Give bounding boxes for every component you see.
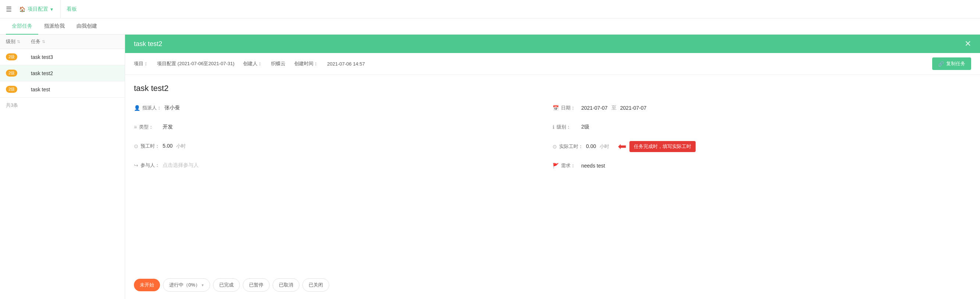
level-value[interactable]: 2级 — [581, 124, 589, 130]
status-done-button[interactable]: 已完成 — [213, 278, 240, 292]
actual-hours-value: 0.00 小时 — [586, 143, 609, 150]
progress-dropdown-icon: ▾ — [202, 283, 204, 288]
level-icon: ℹ — [552, 124, 554, 130]
close-button[interactable]: ✕ — [964, 39, 971, 49]
meta-bar: 项目： 项目配置 (2021-07-06至2021-07-31) 创建人： 织蝶… — [125, 53, 980, 75]
home-icon: 🏠 — [19, 6, 25, 12]
copy-task-icon: 🔗 — [938, 61, 944, 67]
level-row: ℹ 级别： 2级 — [552, 121, 971, 133]
actual-hours-row: ⊙ 实际工时： 0.00 小时 ➡ 任务完成时，填写实际工时 — [552, 140, 971, 152]
participants-row: ↪ 参与人： 点击选择参与人 — [134, 160, 552, 171]
red-arrow-icon: ➡ — [618, 140, 627, 152]
participants-value[interactable]: 点击选择参与人 — [162, 162, 199, 169]
detail-header-title: task test2 — [134, 40, 162, 48]
task-name: task test3 — [31, 54, 119, 60]
detail-header: task test2 ✕ — [125, 35, 980, 53]
requirement-value[interactable]: needs test — [581, 163, 605, 169]
estimated-hours-row: ⊙ 预工时： 5.00 小时 — [134, 140, 552, 152]
table-footer: 共3条 — [0, 98, 125, 113]
kanban-tab[interactable]: 看板 — [60, 0, 83, 18]
date-to-label: 至 — [611, 105, 617, 111]
sort-level-icon[interactable]: ⇅ — [17, 39, 20, 44]
estimated-hours-label: ⊙ 预工时： — [134, 143, 160, 149]
participants-label: ↪ 参与人： — [134, 162, 160, 169]
type-value[interactable]: 开发 — [162, 124, 173, 130]
table-row[interactable]: 2级 task test2 — [0, 65, 125, 82]
type-label: ≡ 类型： — [134, 124, 160, 130]
status-cancelled-button[interactable]: 已取消 — [273, 278, 299, 292]
date-row: 📅 日期： 2021-07-07 至 2021-07-07 — [552, 102, 971, 114]
sort-task-icon[interactable]: ⇅ — [42, 39, 45, 44]
tab-assigned-to-me[interactable]: 指派给我 — [38, 18, 71, 35]
assignee-label: 👤 指派人： — [134, 105, 161, 111]
actual-clock-icon: ⊙ — [552, 144, 557, 149]
type-icon: ≡ — [134, 124, 137, 130]
calendar-icon: 📅 — [552, 105, 559, 111]
copy-task-button[interactable]: 🔗 复制任务 — [932, 58, 971, 70]
type-row: ≡ 类型： 开发 — [134, 121, 552, 133]
detail-grid: 👤 指派人： 张小蚕 ≡ 类型： 开发 — [134, 102, 971, 172]
detail-body: task test2 👤 指派人： 张小蚕 — [125, 75, 980, 271]
created-time-meta-value: 2021-07-06 14:57 — [327, 61, 365, 67]
start-date-value[interactable]: 2021-07-07 — [581, 105, 608, 111]
project-meta-name: 项目配置 (2021-07-06至2021-07-31) — [157, 61, 234, 67]
date-label: 📅 日期： — [552, 105, 578, 111]
task-table: 级别 ⇅ 任务 ⇅ 2级 task test3 — [0, 35, 125, 98]
task-main-title: task test2 — [134, 83, 971, 93]
project-nav-label: 项目配置 — [28, 6, 48, 13]
assignee-value[interactable]: 张小蚕 — [164, 105, 180, 111]
task-level: 2级 — [6, 86, 28, 93]
project-dropdown-arrow: ▾ — [50, 6, 53, 12]
tab-created-by-me[interactable]: 由我创建 — [71, 18, 103, 35]
tab-all-tasks[interactable]: 全部任务 — [6, 18, 38, 35]
level-badge: 2级 — [6, 53, 17, 61]
level-badge: 2级 — [6, 86, 17, 93]
table-header: 级别 ⇅ 任务 ⇅ — [0, 35, 125, 49]
table-row[interactable]: 2级 task test3 — [0, 49, 125, 65]
requirement-label: 🚩 需求： — [552, 162, 578, 169]
level-label: ℹ 级别： — [552, 124, 578, 130]
col-level-header: 级别 ⇅ — [6, 38, 28, 45]
creator-meta-label: 创建人： — [243, 61, 262, 67]
requirement-row: 🚩 需求： needs test — [552, 160, 971, 172]
task-list-panel: 级别 ⇅ 任务 ⇅ 2级 task test3 — [0, 35, 125, 299]
estimated-hours-value: 5.00 小时 — [162, 143, 186, 149]
created-time-meta-label: 创建时间： — [294, 61, 318, 67]
project-nav[interactable]: 🏠 项目配置 ▾ — [19, 6, 53, 13]
detail-left-col: 👤 指派人： 张小蚕 ≡ 类型： 开发 — [134, 102, 552, 172]
table-row[interactable]: 2级 task test — [0, 82, 125, 98]
sub-nav: 全部任务 指派给我 由我创建 — [0, 18, 980, 35]
end-date-value[interactable]: 2021-07-07 — [620, 105, 647, 111]
creator-meta-name: 织蝶云 — [271, 61, 285, 67]
col-task-header: 任务 ⇅ — [31, 38, 119, 45]
task-name: task test — [31, 86, 119, 93]
task-level: 2级 — [6, 53, 28, 61]
task-level: 2级 — [6, 70, 28, 77]
task-detail-panel: task test2 ✕ 项目： 项目配置 (2021-07-06至2021-0… — [125, 35, 980, 299]
level-badge: 2级 — [6, 70, 17, 77]
project-meta-label: 项目： — [134, 61, 148, 67]
status-bar: 未开始 进行中（0%） ▾ 已完成 已暂停 已取消 已关闭 — [125, 271, 980, 299]
status-paused-button[interactable]: 已暂停 — [243, 278, 270, 292]
person-icon: 👤 — [134, 105, 140, 111]
status-closed-button[interactable]: 已关闭 — [302, 278, 329, 292]
hamburger-menu-icon[interactable]: ☰ — [6, 5, 12, 13]
annotation-group: ➡ 任务完成时，填写实际工时 — [618, 140, 696, 152]
participants-icon: ↪ — [134, 162, 138, 168]
actual-hours-label: ⊙ 实际工时： — [552, 143, 583, 150]
status-not-started-button[interactable]: 未开始 — [134, 279, 160, 291]
date-range: 2021-07-07 至 2021-07-07 — [581, 105, 646, 111]
flag-icon: 🚩 — [552, 163, 559, 169]
clock-icon: ⊙ — [134, 143, 138, 149]
assignee-row: 👤 指派人： 张小蚕 — [134, 102, 552, 114]
task-name: task test2 — [31, 70, 119, 76]
status-in-progress-button[interactable]: 进行中（0%） ▾ — [163, 278, 210, 292]
annotation-tooltip: 任务完成时，填写实际工时 — [629, 141, 696, 152]
detail-right-col: 📅 日期： 2021-07-07 至 2021-07-07 — [552, 102, 971, 172]
